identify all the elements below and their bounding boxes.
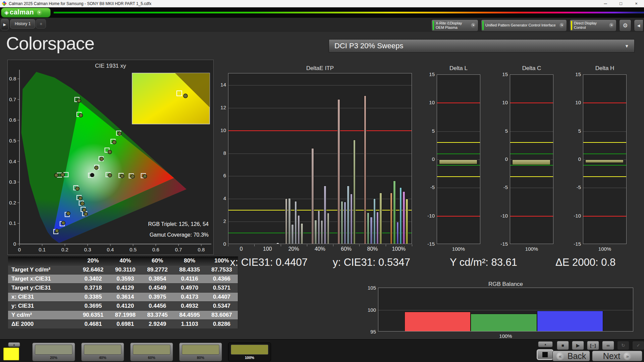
tab-history-1[interactable]: History 1 xyxy=(10,19,35,28)
measured-point xyxy=(84,212,88,216)
gear-icon[interactable]: ⚙ xyxy=(619,19,631,32)
maximize-icon[interactable]: □ xyxy=(613,0,629,7)
deltae-bar xyxy=(337,99,340,244)
red-balance-bar xyxy=(405,312,471,331)
tab-scroll-button[interactable]: ▶ xyxy=(1,19,9,30)
table-header-cell: 80% xyxy=(173,257,206,264)
svg-text:0.6: 0.6 xyxy=(9,117,16,123)
deltae-category-label: 20% xyxy=(281,246,307,252)
refresh-icon[interactable]: ↻ xyxy=(617,341,629,350)
stop-pattern-button[interactable] xyxy=(536,349,554,361)
table-cell: 0.6981 xyxy=(109,321,142,327)
swatch-color xyxy=(182,345,219,355)
table-cell: 87.1998 xyxy=(109,312,142,318)
deltae-bar xyxy=(318,210,320,244)
delta-h-title: Delta H xyxy=(583,65,627,72)
pattern-swatch-20%[interactable]: 20% xyxy=(32,343,75,361)
pattern-generator-dropdown[interactable]: Unified Pattern Generator Control Interf… xyxy=(481,19,567,32)
app-icon xyxy=(2,1,7,6)
continuous-icon[interactable]: ∞ xyxy=(602,341,614,350)
tab-bar: ▶ History 1 + X-Rite i1Display OEM Plasm… xyxy=(0,18,644,32)
stop-icon[interactable]: ■ xyxy=(557,341,569,350)
green-balance-bar xyxy=(471,314,537,331)
layout-preset-dropdown[interactable]: DCI P3 20% Sweeps ▼ xyxy=(329,39,635,53)
pattern-swatch-100%[interactable]: 100% xyxy=(228,343,271,361)
calman-menu-button[interactable]: ◈ calman ▼ xyxy=(1,8,50,17)
deltae-bar xyxy=(344,202,346,244)
threshold-line xyxy=(437,154,480,154)
table-cell: 0.3593 xyxy=(109,276,142,282)
threshold-line xyxy=(510,103,553,103)
svg-text:0.7: 0.7 xyxy=(175,247,182,252)
row-label: y: CIE31 xyxy=(8,303,77,309)
table-cell: 0.5371 xyxy=(206,285,238,291)
delta-c-x-label: 100% xyxy=(510,246,553,252)
table-header-cell: 60% xyxy=(141,257,173,264)
table-cell: 0.4681 xyxy=(77,321,109,327)
swatch-label: 40% xyxy=(82,356,124,360)
deltae-category-label: 100 xyxy=(254,246,280,252)
threshold-line xyxy=(510,142,553,143)
measured-point xyxy=(78,196,82,200)
chevron-down-icon[interactable]: ▼ xyxy=(609,23,614,28)
chevron-down-icon[interactable]: ▼ xyxy=(559,23,565,28)
deltae-bar xyxy=(321,220,323,244)
window-title-bar: Calman 2025 Calman Home for Samsung - SO… xyxy=(0,0,644,7)
delta-l-chart: Delta L 100% 151050-5-10-15 xyxy=(420,64,482,255)
back-button[interactable]: « Back xyxy=(552,351,590,361)
table-cell: 0.3385 xyxy=(77,294,109,300)
measured-point xyxy=(143,175,147,178)
eject-up-icon[interactable]: ▲ xyxy=(538,341,553,347)
blue-balance-bar xyxy=(537,311,603,331)
table-body: Target Y cd/m²92.646290.311089.277288.43… xyxy=(8,265,238,328)
pattern-swatch-80%[interactable]: 80% xyxy=(179,343,222,361)
chevron-down-icon[interactable]: ▼ xyxy=(471,23,476,28)
minimize-icon[interactable]: ─ xyxy=(598,0,613,7)
generator-label: Unified Pattern Generator Control Interf… xyxy=(485,23,556,27)
current-pattern-swatch[interactable] xyxy=(3,348,19,360)
table-cell: 83.3745 xyxy=(141,312,173,318)
swatch-color xyxy=(133,345,170,355)
swatch-label: 20% xyxy=(33,356,75,360)
threshold-line xyxy=(583,142,626,143)
deltae-bar xyxy=(390,193,393,244)
svg-text:0.5: 0.5 xyxy=(129,247,137,252)
spectrum-strip xyxy=(54,12,644,13)
next-button[interactable]: Next » xyxy=(592,351,642,361)
chevron-down-icon[interactable]: ▼ xyxy=(37,10,42,15)
play-icon[interactable]: ▶ xyxy=(572,341,584,350)
pattern-swatch-40%[interactable]: 40% xyxy=(81,343,124,361)
delta-l-x-label: 100% xyxy=(437,246,480,252)
measured-point xyxy=(118,132,121,135)
hardware-buttons: X-Rite i1Display OEM Plasma ▼ Unified Pa… xyxy=(431,19,643,32)
pattern-swatch-60%[interactable]: 60% xyxy=(130,343,173,361)
measured-point xyxy=(90,173,94,177)
delta-c-plot-area xyxy=(510,74,553,244)
tabs: History 1 + xyxy=(10,19,46,28)
meter-dropdown[interactable]: X-Rite i1Display OEM Plasma ▼ xyxy=(431,19,478,32)
svg-text:0.4: 0.4 xyxy=(107,247,114,252)
table-header-cell: 40% xyxy=(109,257,142,264)
measured-point xyxy=(112,140,116,144)
table-cell: 92.6462 xyxy=(77,266,109,273)
svg-text:0: 0 xyxy=(13,241,16,247)
accept-icon[interactable]: ✓ xyxy=(632,341,644,350)
cie-1931-chart: 0 0.1 0.2 0.3 0.4 0.5 0.6 0.7 0.8 0 0.1 … xyxy=(7,60,214,255)
display-control-dropdown[interactable]: Direct Display Control ▼ xyxy=(570,19,616,32)
table-cell: 0.4456 xyxy=(141,303,173,309)
deltae-plot-area xyxy=(228,73,412,244)
table-cell: 0.5347 xyxy=(206,303,238,309)
add-tab-button[interactable]: + xyxy=(36,19,46,28)
deltae-bar xyxy=(285,198,288,244)
close-icon[interactable]: × xyxy=(629,0,644,7)
svg-text:0.2: 0.2 xyxy=(61,247,68,252)
table-row: Target Y cd/m²92.646290.311089.277288.43… xyxy=(8,265,238,274)
deltae-bar xyxy=(314,220,317,244)
collapse-panel-icon[interactable]: ◀ xyxy=(634,19,643,32)
eject-up-icon[interactable]: ▲ xyxy=(8,342,20,347)
pattern-window-icon[interactable]: [··] xyxy=(587,341,599,350)
delta-bar xyxy=(439,160,477,164)
deltae-bar xyxy=(399,187,402,244)
table-row: ΔE 20000.46810.69812.92491.11030.8286 xyxy=(8,319,238,328)
svg-text:0.1: 0.1 xyxy=(39,247,46,252)
